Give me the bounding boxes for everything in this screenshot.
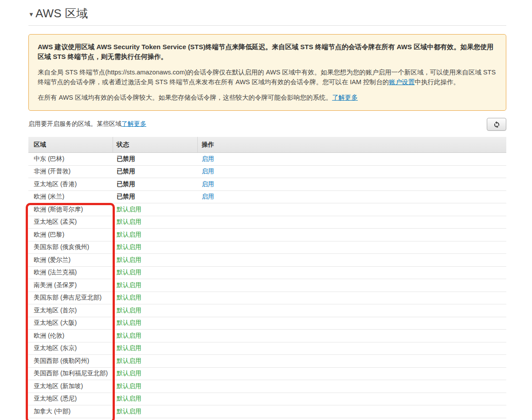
table-row: 欧洲 (伦敦) 默认启用 — [28, 330, 506, 342]
region-name-cell: 欧洲 (伦敦) — [28, 332, 113, 340]
table-row: 欧洲 (斯德哥尔摩) 默认启用 — [28, 203, 506, 216]
table-row: 亚太地区 (悉尼) 默认启用 — [28, 393, 506, 406]
status-cell: 已禁用 — [113, 167, 198, 175]
region-name-cell: 南美洲 (圣保罗) — [28, 281, 113, 289]
status-cell: 默认启用 — [113, 206, 198, 214]
table-description: 启用要开启服务的区域。某些区域了解更多 — [28, 120, 146, 128]
status-badge: 默认启用 — [117, 332, 141, 339]
status-cell: 默认启用 — [113, 307, 198, 315]
table-row: 美国东部 (俄亥俄州) 默认启用 — [28, 241, 506, 254]
region-name-cell: 亚太地区 (东京) — [28, 344, 113, 352]
table-row: 亚太地区 (新加坡) 默认启用 — [28, 380, 506, 393]
status-cell: 已禁用 — [113, 193, 198, 201]
status-cell: 默认启用 — [113, 357, 198, 365]
region-name-cell: 欧洲 (米兰) — [28, 193, 113, 201]
status-cell: 默认启用 — [113, 319, 198, 327]
table-row: 亚太地区 (孟买) 默认启用 — [28, 216, 506, 229]
enable-region-link[interactable]: 启用 — [202, 167, 214, 175]
sts-notice-box: AWS 建议使用区域 AWS Security Token Service (S… — [28, 34, 506, 111]
status-cell: 默认启用 — [113, 268, 198, 276]
collapse-caret-icon[interactable]: ▼ — [28, 11, 34, 18]
table-row: 欧洲 (法兰克福) 默认启用 — [28, 267, 506, 280]
table-row: 亚太地区 (大阪) 默认启用 — [28, 317, 506, 330]
notice-paragraph-3: 在所有 AWS 区域均有效的会话令牌较大。如果您存储会话令牌，这些较大的令牌可能… — [38, 93, 497, 102]
status-badge: 默认启用 — [117, 231, 141, 238]
status-cell: 已禁用 — [113, 180, 198, 188]
status-badge: 默认启用 — [117, 218, 141, 225]
table-row: 欧洲 (爱尔兰) 默认启用 — [28, 254, 506, 267]
enable-region-link[interactable]: 启用 — [202, 193, 214, 200]
table-body: 中东 (巴林) 已禁用 启用 非洲 (开普敦) 已禁用 启用 亚太地区 (香港)… — [28, 153, 506, 418]
status-badge: 已禁用 — [117, 167, 135, 175]
status-cell: 默认启用 — [113, 344, 198, 352]
region-name-cell: 亚太地区 (新加坡) — [28, 382, 113, 390]
status-cell: 默认启用 — [113, 294, 198, 302]
status-cell: 已禁用 — [113, 155, 198, 163]
region-name-cell: 欧洲 (斯德哥尔摩) — [28, 206, 113, 214]
action-cell: 启用 — [198, 180, 506, 188]
status-badge: 默认启用 — [117, 382, 141, 389]
learn-more-link-notice[interactable]: 了解更多 — [332, 94, 358, 101]
page-title: AWS 区域 — [35, 6, 88, 21]
status-badge: 默认启用 — [117, 408, 141, 415]
region-name-cell: 亚太地区 (香港) — [28, 180, 113, 188]
enable-region-link[interactable]: 启用 — [202, 180, 214, 187]
status-badge: 默认启用 — [117, 294, 141, 301]
region-name-cell: 美国西部 (加利福尼亚北部) — [28, 369, 113, 377]
aws-regions-panel: ▼ AWS 区域 AWS 建议使用区域 AWS Security Token S… — [28, 0, 506, 418]
status-cell: 默认启用 — [113, 281, 198, 289]
status-badge: 默认启用 — [117, 357, 141, 364]
status-badge: 默认启用 — [117, 281, 141, 288]
notice-bold-text: AWS 建议使用区域 AWS Security Token Service (S… — [38, 42, 497, 62]
action-cell: 启用 — [198, 155, 506, 163]
region-name-cell: 美国东部 (俄亥俄州) — [28, 243, 113, 251]
account-settings-link[interactable]: 账户设置 — [389, 78, 415, 86]
learn-more-link-toolbar[interactable]: 了解更多 — [121, 120, 146, 127]
status-badge: 默认启用 — [117, 395, 141, 402]
notice-p2-text-after: 中执行此操作。 — [415, 78, 460, 86]
table-row: 美国西部 (加利福尼亚北部) 默认启用 — [28, 368, 506, 381]
region-name-cell: 欧洲 (法兰克福) — [28, 268, 113, 276]
table-row: 美国西部 (俄勒冈州) 默认启用 — [28, 355, 506, 368]
section-header: ▼ AWS 区域 — [28, 0, 506, 26]
column-header-status: 状态 — [113, 137, 198, 152]
region-name-cell: 亚太地区 (大阪) — [28, 319, 113, 327]
region-name-cell: 加拿大 (中部) — [28, 408, 113, 416]
status-badge: 默认启用 — [117, 344, 141, 351]
column-header-action: 操作 — [198, 137, 506, 152]
table-row: 南美洲 (圣保罗) 默认启用 — [28, 279, 506, 292]
enable-region-link[interactable]: 启用 — [202, 155, 214, 162]
table-row: 亚太地区 (东京) 默认启用 — [28, 342, 506, 355]
status-badge: 默认启用 — [117, 256, 141, 263]
region-name-cell: 美国西部 (俄勒冈州) — [28, 357, 113, 365]
status-cell: 默认启用 — [113, 408, 198, 416]
table-description-text: 启用要开启服务的区域。某些区域 — [28, 120, 121, 127]
status-badge: 默认启用 — [117, 206, 141, 213]
status-cell: 默认启用 — [113, 395, 198, 403]
status-badge: 默认启用 — [117, 369, 141, 377]
table-row: 中东 (巴林) 已禁用 启用 — [28, 153, 506, 166]
action-cell: 启用 — [198, 167, 506, 175]
status-badge: 默认启用 — [117, 243, 141, 250]
notice-paragraph-2: 来自全局 STS 终端节点(https://sts.amazonaws.com)… — [38, 67, 497, 87]
table-row: 亚太地区 (香港) 已禁用 启用 — [28, 178, 506, 191]
status-cell: 默认启用 — [113, 231, 198, 239]
region-name-cell: 亚太地区 (孟买) — [28, 218, 113, 226]
refresh-button[interactable] — [487, 118, 506, 131]
status-cell: 默认启用 — [113, 243, 198, 251]
status-cell: 默认启用 — [113, 332, 198, 340]
status-cell: 默认启用 — [113, 256, 198, 264]
region-name-cell: 美国东部 (弗吉尼亚北部) — [28, 294, 113, 302]
region-name-cell: 中东 (巴林) — [28, 155, 113, 163]
table-row: 非洲 (开普敦) 已禁用 启用 — [28, 166, 506, 179]
table-header-row: 区域 状态 操作 — [28, 137, 506, 153]
region-name-cell: 欧洲 (巴黎) — [28, 231, 113, 239]
status-cell: 默认启用 — [113, 218, 198, 226]
region-name-cell: 亚太地区 (首尔) — [28, 307, 113, 315]
status-badge: 默认启用 — [117, 268, 141, 276]
notice-p3-text: 在所有 AWS 区域均有效的会话令牌较大。如果您存储会话令牌，这些较大的令牌可能… — [38, 94, 332, 101]
regions-table: 区域 状态 操作 中东 (巴林) 已禁用 启用 非洲 (开普敦) 已禁用 启用 … — [28, 137, 506, 418]
status-badge: 已禁用 — [117, 155, 135, 162]
refresh-icon — [493, 121, 500, 128]
action-cell: 启用 — [198, 193, 506, 201]
